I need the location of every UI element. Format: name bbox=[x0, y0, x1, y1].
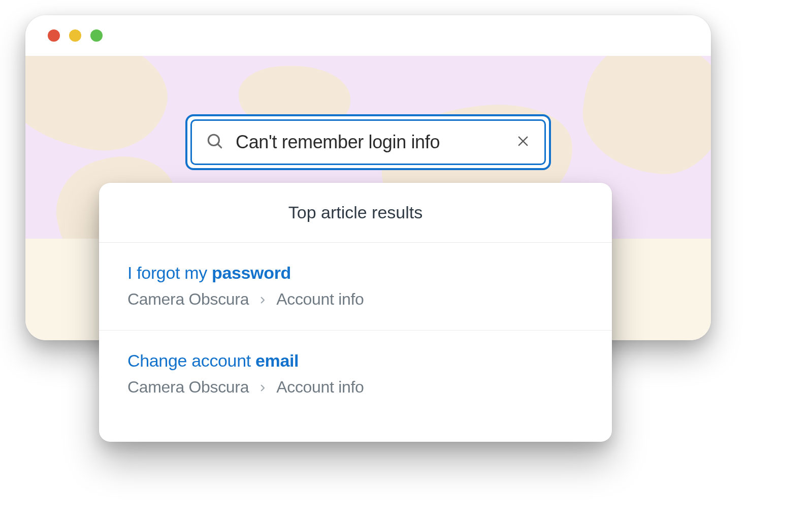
search-container: Can't remember login info bbox=[185, 114, 551, 170]
stage: Can't remember login info Top article re… bbox=[10, 10, 741, 488]
window-close-button[interactable] bbox=[48, 29, 60, 42]
svg-line-1 bbox=[218, 144, 221, 148]
result-title: Change account email bbox=[127, 351, 583, 371]
window-minimize-button[interactable] bbox=[69, 29, 81, 42]
clear-search-button[interactable] bbox=[516, 134, 530, 150]
search-field[interactable]: Can't remember login info bbox=[190, 119, 546, 165]
result-breadcrumb: Camera Obscura Account info bbox=[127, 290, 583, 309]
breadcrumb-root: Camera Obscura bbox=[127, 378, 249, 397]
result-title-emphasis: email bbox=[255, 351, 299, 370]
result-title-emphasis: password bbox=[212, 263, 291, 282]
breadcrumb-section: Account info bbox=[276, 290, 364, 309]
search-result-item[interactable]: Change account email Camera Obscura Acco… bbox=[99, 331, 612, 418]
chevron-right-icon bbox=[258, 378, 267, 397]
window-titlebar bbox=[25, 15, 711, 56]
results-header: Top article results bbox=[99, 183, 612, 243]
result-title-text: Change account bbox=[127, 351, 255, 370]
window-zoom-button[interactable] bbox=[90, 29, 103, 42]
search-input-text[interactable]: Can't remember login info bbox=[236, 132, 504, 153]
breadcrumb-section: Account info bbox=[276, 378, 364, 397]
breadcrumb-root: Camera Obscura bbox=[127, 290, 249, 309]
search-icon bbox=[206, 133, 223, 152]
search-result-item[interactable]: I forgot my password Camera Obscura Acco… bbox=[99, 243, 612, 331]
search-results-panel: Top article results I forgot my password… bbox=[99, 183, 612, 442]
result-title-text: I forgot my bbox=[127, 263, 212, 282]
decorative-blob bbox=[575, 56, 711, 182]
chevron-right-icon bbox=[258, 290, 267, 309]
decorative-blob bbox=[25, 56, 177, 163]
result-title: I forgot my password bbox=[127, 263, 583, 283]
results-header-title: Top article results bbox=[288, 203, 423, 222]
search-focus-ring: Can't remember login info bbox=[185, 114, 551, 170]
result-breadcrumb: Camera Obscura Account info bbox=[127, 378, 583, 397]
